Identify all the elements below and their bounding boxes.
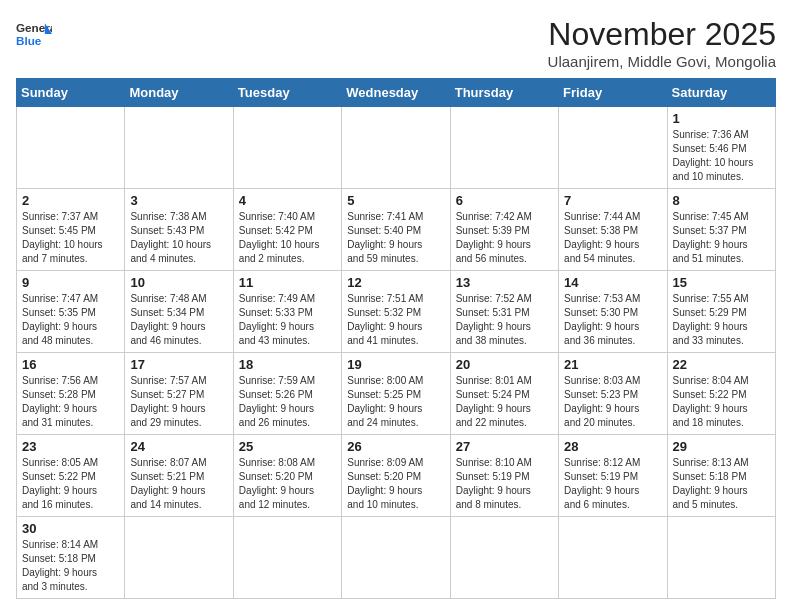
day-number: 9: [22, 275, 119, 290]
calendar-cell: 5Sunrise: 7:41 AM Sunset: 5:40 PM Daylig…: [342, 189, 450, 271]
calendar-cell: 3Sunrise: 7:38 AM Sunset: 5:43 PM Daylig…: [125, 189, 233, 271]
day-number: 13: [456, 275, 553, 290]
weekday-header-friday: Friday: [559, 79, 667, 107]
calendar-cell: 17Sunrise: 7:57 AM Sunset: 5:27 PM Dayli…: [125, 353, 233, 435]
calendar-cell: 9Sunrise: 7:47 AM Sunset: 5:35 PM Daylig…: [17, 271, 125, 353]
day-number: 24: [130, 439, 227, 454]
day-number: 4: [239, 193, 336, 208]
calendar-cell: [233, 107, 341, 189]
calendar-cell: [450, 107, 558, 189]
calendar-cell: 6Sunrise: 7:42 AM Sunset: 5:39 PM Daylig…: [450, 189, 558, 271]
calendar-cell: [342, 107, 450, 189]
calendar-cell: 14Sunrise: 7:53 AM Sunset: 5:30 PM Dayli…: [559, 271, 667, 353]
day-number: 29: [673, 439, 770, 454]
calendar-cell: 24Sunrise: 8:07 AM Sunset: 5:21 PM Dayli…: [125, 435, 233, 517]
day-number: 30: [22, 521, 119, 536]
day-info: Sunrise: 7:55 AM Sunset: 5:29 PM Dayligh…: [673, 292, 770, 348]
day-number: 22: [673, 357, 770, 372]
day-number: 14: [564, 275, 661, 290]
calendar-cell: 22Sunrise: 8:04 AM Sunset: 5:22 PM Dayli…: [667, 353, 775, 435]
header: General Blue November 2025 Ulaanjirem, M…: [16, 16, 776, 70]
svg-text:Blue: Blue: [16, 34, 42, 47]
day-number: 27: [456, 439, 553, 454]
calendar-cell: [233, 517, 341, 599]
calendar-cell: 1Sunrise: 7:36 AM Sunset: 5:46 PM Daylig…: [667, 107, 775, 189]
calendar-cell: 10Sunrise: 7:48 AM Sunset: 5:34 PM Dayli…: [125, 271, 233, 353]
day-info: Sunrise: 7:57 AM Sunset: 5:27 PM Dayligh…: [130, 374, 227, 430]
calendar-cell: [559, 517, 667, 599]
calendar-cell: 12Sunrise: 7:51 AM Sunset: 5:32 PM Dayli…: [342, 271, 450, 353]
day-info: Sunrise: 7:40 AM Sunset: 5:42 PM Dayligh…: [239, 210, 336, 266]
calendar-week-row: 23Sunrise: 8:05 AM Sunset: 5:22 PM Dayli…: [17, 435, 776, 517]
day-info: Sunrise: 7:56 AM Sunset: 5:28 PM Dayligh…: [22, 374, 119, 430]
day-number: 18: [239, 357, 336, 372]
day-info: Sunrise: 8:10 AM Sunset: 5:19 PM Dayligh…: [456, 456, 553, 512]
calendar-cell: 19Sunrise: 8:00 AM Sunset: 5:25 PM Dayli…: [342, 353, 450, 435]
calendar-cell: 20Sunrise: 8:01 AM Sunset: 5:24 PM Dayli…: [450, 353, 558, 435]
calendar-week-row: 1Sunrise: 7:36 AM Sunset: 5:46 PM Daylig…: [17, 107, 776, 189]
day-info: Sunrise: 8:12 AM Sunset: 5:19 PM Dayligh…: [564, 456, 661, 512]
calendar-cell: 7Sunrise: 7:44 AM Sunset: 5:38 PM Daylig…: [559, 189, 667, 271]
day-info: Sunrise: 8:05 AM Sunset: 5:22 PM Dayligh…: [22, 456, 119, 512]
day-number: 2: [22, 193, 119, 208]
calendar-title: November 2025: [548, 16, 776, 53]
day-number: 10: [130, 275, 227, 290]
day-number: 17: [130, 357, 227, 372]
day-number: 19: [347, 357, 444, 372]
calendar-cell: 27Sunrise: 8:10 AM Sunset: 5:19 PM Dayli…: [450, 435, 558, 517]
calendar-cell: [125, 107, 233, 189]
day-info: Sunrise: 7:53 AM Sunset: 5:30 PM Dayligh…: [564, 292, 661, 348]
day-info: Sunrise: 8:07 AM Sunset: 5:21 PM Dayligh…: [130, 456, 227, 512]
weekday-header-saturday: Saturday: [667, 79, 775, 107]
calendar-cell: 25Sunrise: 8:08 AM Sunset: 5:20 PM Dayli…: [233, 435, 341, 517]
day-info: Sunrise: 8:09 AM Sunset: 5:20 PM Dayligh…: [347, 456, 444, 512]
weekday-header-wednesday: Wednesday: [342, 79, 450, 107]
day-info: Sunrise: 7:51 AM Sunset: 5:32 PM Dayligh…: [347, 292, 444, 348]
day-number: 1: [673, 111, 770, 126]
day-number: 16: [22, 357, 119, 372]
calendar-cell: 2Sunrise: 7:37 AM Sunset: 5:45 PM Daylig…: [17, 189, 125, 271]
calendar-cell: 13Sunrise: 7:52 AM Sunset: 5:31 PM Dayli…: [450, 271, 558, 353]
day-info: Sunrise: 7:59 AM Sunset: 5:26 PM Dayligh…: [239, 374, 336, 430]
calendar-subtitle: Ulaanjirem, Middle Govi, Mongolia: [548, 53, 776, 70]
logo-icon: General Blue: [16, 16, 52, 52]
day-info: Sunrise: 8:08 AM Sunset: 5:20 PM Dayligh…: [239, 456, 336, 512]
weekday-header-thursday: Thursday: [450, 79, 558, 107]
calendar-cell: 18Sunrise: 7:59 AM Sunset: 5:26 PM Dayli…: [233, 353, 341, 435]
calendar-week-row: 16Sunrise: 7:56 AM Sunset: 5:28 PM Dayli…: [17, 353, 776, 435]
day-info: Sunrise: 7:38 AM Sunset: 5:43 PM Dayligh…: [130, 210, 227, 266]
logo: General Blue: [16, 16, 52, 52]
day-number: 21: [564, 357, 661, 372]
day-info: Sunrise: 7:44 AM Sunset: 5:38 PM Dayligh…: [564, 210, 661, 266]
calendar-cell: 23Sunrise: 8:05 AM Sunset: 5:22 PM Dayli…: [17, 435, 125, 517]
calendar-cell: 26Sunrise: 8:09 AM Sunset: 5:20 PM Dayli…: [342, 435, 450, 517]
calendar-cell: [17, 107, 125, 189]
day-info: Sunrise: 7:42 AM Sunset: 5:39 PM Dayligh…: [456, 210, 553, 266]
day-number: 20: [456, 357, 553, 372]
calendar-cell: 21Sunrise: 8:03 AM Sunset: 5:23 PM Dayli…: [559, 353, 667, 435]
day-info: Sunrise: 8:01 AM Sunset: 5:24 PM Dayligh…: [456, 374, 553, 430]
weekday-header-monday: Monday: [125, 79, 233, 107]
calendar-cell: 16Sunrise: 7:56 AM Sunset: 5:28 PM Dayli…: [17, 353, 125, 435]
calendar-cell: [559, 107, 667, 189]
day-info: Sunrise: 7:48 AM Sunset: 5:34 PM Dayligh…: [130, 292, 227, 348]
title-area: November 2025 Ulaanjirem, Middle Govi, M…: [548, 16, 776, 70]
day-number: 11: [239, 275, 336, 290]
calendar-table: SundayMondayTuesdayWednesdayThursdayFrid…: [16, 78, 776, 599]
day-info: Sunrise: 8:03 AM Sunset: 5:23 PM Dayligh…: [564, 374, 661, 430]
day-info: Sunrise: 8:00 AM Sunset: 5:25 PM Dayligh…: [347, 374, 444, 430]
calendar-cell: 29Sunrise: 8:13 AM Sunset: 5:18 PM Dayli…: [667, 435, 775, 517]
weekday-header-tuesday: Tuesday: [233, 79, 341, 107]
day-info: Sunrise: 7:45 AM Sunset: 5:37 PM Dayligh…: [673, 210, 770, 266]
calendar-cell: [125, 517, 233, 599]
calendar-week-row: 9Sunrise: 7:47 AM Sunset: 5:35 PM Daylig…: [17, 271, 776, 353]
day-number: 12: [347, 275, 444, 290]
calendar-cell: 30Sunrise: 8:14 AM Sunset: 5:18 PM Dayli…: [17, 517, 125, 599]
day-info: Sunrise: 7:52 AM Sunset: 5:31 PM Dayligh…: [456, 292, 553, 348]
weekday-header-sunday: Sunday: [17, 79, 125, 107]
day-info: Sunrise: 8:13 AM Sunset: 5:18 PM Dayligh…: [673, 456, 770, 512]
day-number: 25: [239, 439, 336, 454]
day-number: 8: [673, 193, 770, 208]
day-info: Sunrise: 7:49 AM Sunset: 5:33 PM Dayligh…: [239, 292, 336, 348]
day-info: Sunrise: 8:14 AM Sunset: 5:18 PM Dayligh…: [22, 538, 119, 594]
